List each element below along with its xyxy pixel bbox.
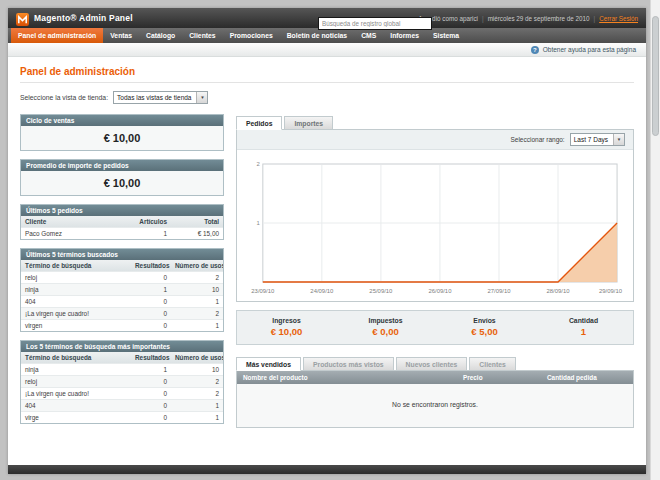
dashboard-main: PedidosImportes Seleccionar rango: Last … bbox=[236, 114, 634, 432]
table-row[interactable]: reloj02 bbox=[21, 271, 223, 283]
magento-admin-window: Magento® Admin Panel Accedió como aparic… bbox=[8, 8, 646, 474]
grid-empty-message: No se encontraron registros. bbox=[237, 384, 633, 427]
table-header-row: Término de búsquedaResultadosNúmero de u… bbox=[21, 352, 223, 363]
column-header: Total bbox=[171, 216, 223, 227]
nav-item-ventas[interactable]: Ventas bbox=[103, 28, 139, 43]
table-row[interactable]: ninja110 bbox=[21, 283, 223, 295]
table-header-row: ClienteArtículosTotal bbox=[21, 216, 223, 227]
table-cell: ninja bbox=[21, 364, 131, 375]
stat-label: Ingresos bbox=[237, 317, 336, 324]
nav-item-panel-de-administracion[interactable]: Panel de administración bbox=[11, 28, 103, 43]
table-cell: 2 bbox=[171, 376, 223, 387]
svg-text:23/09/10: 23/09/10 bbox=[251, 288, 275, 294]
table-cell: 1 bbox=[171, 400, 223, 411]
table-cell: 0 bbox=[131, 400, 171, 411]
table-cell: 1 bbox=[131, 228, 171, 239]
store-view-row: Seleccione la vista de tienda: Todas las… bbox=[20, 91, 634, 104]
last-orders-box: Últimos 5 pedidos ClienteArtículosTotalP… bbox=[20, 204, 224, 240]
table-cell: 0 bbox=[131, 412, 171, 423]
average-order-value: € 10,00 bbox=[21, 171, 223, 195]
nav-item-clientes[interactable]: Clientes bbox=[182, 28, 222, 43]
content: Panel de administración Seleccione la vi… bbox=[8, 57, 646, 465]
table-cell: virge bbox=[21, 412, 131, 423]
table-cell: virgen bbox=[21, 320, 131, 331]
table-cell: 0 bbox=[131, 296, 171, 307]
table-row[interactable]: virgen01 bbox=[21, 319, 223, 331]
scrollbar-thumb[interactable] bbox=[652, 16, 659, 136]
top-search-terms-table: Término de búsquedaResultadosNúmero de u… bbox=[21, 352, 223, 423]
grid-tabs: Más vendidosProductos más vistosNuevos c… bbox=[236, 355, 634, 370]
nav-item-informes[interactable]: Informes bbox=[383, 28, 426, 43]
nav-item-catalogo[interactable]: Catálogo bbox=[139, 28, 182, 43]
stat-label: Envíos bbox=[435, 317, 534, 324]
help-bar: ? Obtener ayuda para esta página bbox=[8, 43, 646, 57]
section-title: Últimos 5 términos buscados bbox=[21, 249, 223, 260]
store-view-select[interactable]: Todas las vistas de tienda ▼ bbox=[113, 91, 208, 104]
stat-label: Impuestos bbox=[336, 317, 435, 324]
chart-panel: Seleccionar rango: Last 7 Days ▼ 1223/09… bbox=[236, 129, 634, 302]
tab-productos-mas-vistos[interactable]: Productos más vistos bbox=[303, 357, 394, 371]
stats-box: Ingresos€ 10,00Impuestos€ 0,00Envíos€ 5,… bbox=[236, 310, 634, 345]
table-row[interactable]: ninja110 bbox=[21, 363, 223, 375]
table-cell: ¡La virgen que cuadro! bbox=[21, 388, 131, 399]
table-cell: Paco Gomez bbox=[21, 228, 131, 239]
table-cell: 0 bbox=[131, 308, 171, 319]
nav-item-boletin-de-noticias[interactable]: Boletín de noticias bbox=[280, 28, 354, 43]
tab-clientes[interactable]: Clientes bbox=[469, 357, 515, 371]
table-cell: € 15,00 bbox=[171, 228, 223, 239]
table-cell: 0 bbox=[131, 388, 171, 399]
nav-item-sistema[interactable]: Sistema bbox=[426, 28, 466, 43]
dashboard-tabs: PedidosImportes bbox=[236, 114, 634, 129]
svg-text:26/09/10: 26/09/10 bbox=[428, 288, 452, 294]
tab-pedidos[interactable]: Pedidos bbox=[236, 116, 282, 130]
last-search-terms-box: Últimos 5 términos buscados Término de b… bbox=[20, 248, 224, 332]
separator: | bbox=[594, 15, 596, 22]
tab-nuevos-clientes[interactable]: Nuevos clientes bbox=[396, 357, 468, 371]
scrollbar[interactable] bbox=[650, 0, 660, 480]
table-cell: ¡La virgen que cuadro! bbox=[21, 308, 131, 319]
global-search bbox=[318, 12, 432, 30]
tab-mas-vendidos[interactable]: Más vendidos bbox=[236, 357, 301, 371]
stat-value: € 5,00 bbox=[435, 326, 534, 337]
stat-value: € 0,00 bbox=[336, 326, 435, 337]
table-row[interactable]: ¡La virgen que cuadro!02 bbox=[21, 307, 223, 319]
table-row[interactable]: ¡La virgen que cuadro!02 bbox=[21, 387, 223, 399]
svg-text:25/09/10: 25/09/10 bbox=[369, 288, 393, 294]
section-title: Los 5 términos de búsqueda más important… bbox=[21, 341, 223, 352]
column-header: Cliente bbox=[21, 216, 131, 227]
grid-column-header: Nombre del producto bbox=[237, 371, 457, 384]
sales-cycle-value: € 10,00 bbox=[21, 126, 223, 150]
column-header: Resultados bbox=[131, 352, 171, 363]
grid-column-header: Cantidad pedida bbox=[541, 371, 633, 384]
logout-link[interactable]: Cerrar Sesión bbox=[599, 15, 638, 22]
table-row[interactable]: 40401 bbox=[21, 295, 223, 307]
top-search-terms-box: Los 5 términos de búsqueda más important… bbox=[20, 340, 224, 424]
help-link[interactable]: ? Obtener ayuda para esta página bbox=[531, 46, 636, 54]
table-cell: 10 bbox=[171, 364, 223, 375]
table-row[interactable]: Paco Gomez1€ 15,00 bbox=[21, 227, 223, 239]
column-header: Término de búsqueda bbox=[21, 260, 131, 271]
column-header: Artículos bbox=[131, 216, 171, 227]
svg-text:24/09/10: 24/09/10 bbox=[310, 288, 334, 294]
column-header: Número de usos bbox=[171, 260, 223, 271]
table-row[interactable]: 40401 bbox=[21, 399, 223, 411]
stat-value: € 10,00 bbox=[237, 326, 336, 337]
chevron-down-icon: ▼ bbox=[613, 134, 624, 145]
table-row[interactable]: reloj02 bbox=[21, 375, 223, 387]
nav-item-cms[interactable]: CMS bbox=[354, 28, 383, 43]
global-search-input[interactable] bbox=[318, 17, 432, 30]
table-row[interactable]: virge01 bbox=[21, 411, 223, 423]
table-cell: 0 bbox=[131, 320, 171, 331]
chart-area: 1223/09/1024/09/1025/09/1026/09/1027/09/… bbox=[237, 150, 633, 301]
section-title: Ciclo de ventas bbox=[21, 115, 223, 126]
table-cell: 1 bbox=[131, 364, 171, 375]
range-value: Last 7 Days bbox=[571, 134, 613, 145]
top-header: Magento® Admin Panel Accedió como aparic… bbox=[8, 8, 646, 28]
table-cell: 0 bbox=[131, 272, 171, 283]
table-cell: 2 bbox=[171, 308, 223, 319]
tab-importes[interactable]: Importes bbox=[284, 116, 333, 130]
section-title: Promedio de importe de pedidos bbox=[21, 160, 223, 171]
last-search-terms-table: Término de búsquedaResultadosNúmero de u… bbox=[21, 260, 223, 331]
range-select[interactable]: Last 7 Days ▼ bbox=[570, 133, 625, 146]
nav-item-promociones[interactable]: Promociones bbox=[223, 28, 280, 43]
